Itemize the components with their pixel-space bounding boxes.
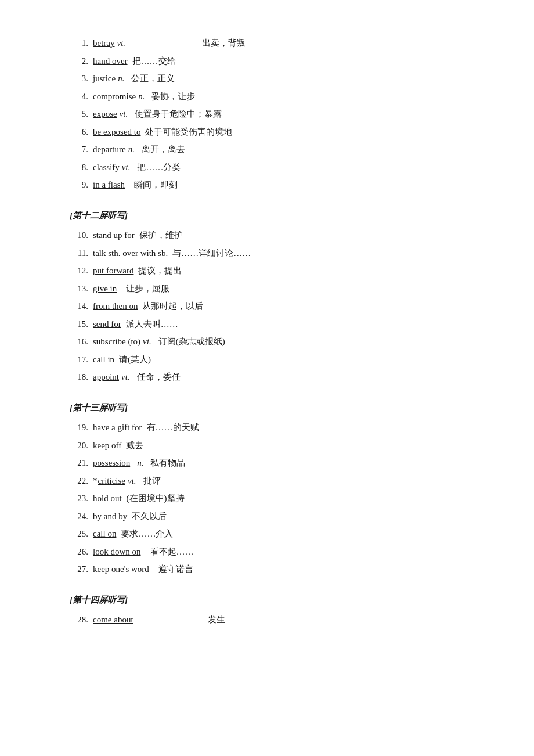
item-content: * criticise vt. 批评: [93, 473, 161, 489]
definition: 有……的天赋: [147, 419, 199, 436]
item-number: 7.: [70, 141, 88, 158]
list-item: 8. classify vt. 把……分类: [70, 159, 476, 176]
definition: 发生: [208, 611, 225, 628]
item-content: expose vt. 使置身于危险中；暴露: [93, 106, 222, 123]
item-number: 1.: [70, 35, 88, 52]
term: compromise: [93, 88, 136, 105]
list-item: 21. possession n. 私有物品: [70, 455, 476, 471]
definition: 使置身于危险中；暴露: [135, 106, 222, 123]
term: keep off: [93, 437, 121, 454]
item-number: 16.: [70, 333, 88, 350]
item-number: 4.: [70, 88, 88, 105]
item-number: 14.: [70, 298, 88, 315]
term: look down on: [93, 543, 141, 560]
list-item: 22. * criticise vt. 批评: [70, 473, 476, 489]
item-content: hand over 把……交给: [93, 53, 176, 70]
list-item: 12. put forward 提议，提出: [70, 262, 476, 279]
list-item: 14. from then on 从那时起，以后: [70, 298, 476, 315]
section-13: [第十三屏听写] 19. have a gift for 有……的天赋 20. …: [70, 399, 476, 578]
definition: 与……详细讨论……: [172, 245, 251, 262]
item-number: 18.: [70, 369, 88, 386]
term: be exposed to: [93, 124, 140, 141]
term: come about: [93, 611, 134, 628]
item-content: from then on 从那时起，以后: [93, 298, 203, 315]
term: have a gift for: [93, 419, 142, 436]
term: give in: [93, 280, 117, 297]
section-14: [第十四屏听写] 28. come about 发生: [70, 592, 476, 628]
item-number: 28.: [70, 611, 88, 628]
part-of-speech: vt.: [120, 106, 128, 123]
term: subscribe (to): [93, 333, 140, 350]
item-content: talk sth. over with sb. 与……详细讨论……: [93, 245, 251, 262]
item-number: 8.: [70, 159, 88, 176]
list-item: 26. look down on 看不起……: [70, 543, 476, 560]
item-number: 25.: [70, 525, 88, 542]
item-content: put forward 提议，提出: [93, 262, 182, 279]
item-number: 6.: [70, 124, 88, 141]
item-content: come about 发生: [93, 611, 225, 628]
term: appoint: [93, 369, 119, 386]
part-of-speech: vt.: [122, 159, 131, 176]
part-of-speech: n.: [137, 455, 143, 471]
part-of-speech: n.: [118, 70, 124, 87]
section-header-13: [第十三屏听写]: [70, 399, 476, 416]
term: send for: [93, 316, 121, 333]
list-item: 4. compromise n. 妥协，让步: [70, 88, 476, 105]
item-content: possession n. 私有物品: [93, 455, 185, 471]
term: departure: [93, 141, 126, 158]
vocabulary-page: 1. betray vt. 出卖，背叛 2. hand over 把……交给 3…: [70, 35, 476, 628]
term: betray: [93, 35, 114, 52]
list-item: 6. be exposed to 处于可能受伤害的境地: [70, 124, 476, 141]
definition: 保护，维护: [139, 227, 183, 244]
item-content: be exposed to 处于可能受伤害的境地: [93, 124, 232, 141]
item-content: subscribe (to) vi. 订阅(杂志或报纸): [93, 333, 225, 350]
term: put forward: [93, 262, 134, 279]
item-content: classify vt. 把……分类: [93, 159, 181, 176]
term: justice: [93, 70, 116, 87]
item-content: give in 让步，屈服: [93, 280, 169, 297]
list-item: 25. call on 要求……介入: [70, 525, 476, 542]
list-item: 11. talk sth. over with sb. 与……详细讨论……: [70, 245, 476, 262]
item-number: 22.: [70, 473, 88, 489]
term: call in: [93, 351, 114, 368]
definition: 遵守诺言: [158, 561, 193, 578]
definition: 公正，正义: [131, 70, 175, 87]
definition: 请(某人): [119, 351, 151, 368]
list-item: 20. keep off 减去: [70, 437, 476, 454]
definition: 减去: [126, 437, 143, 454]
term: possession: [93, 455, 130, 471]
term: classify: [93, 159, 120, 176]
definition: 瞬间，即刻: [134, 177, 178, 193]
list-item: 17. call in 请(某人): [70, 351, 476, 368]
item-number: 23.: [70, 490, 88, 507]
definition: 看不起……: [150, 543, 194, 560]
list-item: 2. hand over 把……交给: [70, 53, 476, 70]
item-content: send for 派人去叫……: [93, 316, 178, 333]
definition: 批评: [143, 473, 161, 489]
item-content: departure n. 离开，离去: [93, 141, 185, 158]
item-number: 3.: [70, 70, 88, 87]
definition: 出卖，背叛: [202, 35, 246, 52]
definition: 任命，委任: [137, 369, 181, 386]
item-content: compromise n. 妥协，让步: [93, 88, 195, 105]
term: call on: [93, 525, 116, 542]
item-number: 15.: [70, 316, 88, 333]
term: keep one's word: [93, 561, 149, 578]
term: hold out: [93, 490, 122, 507]
list-item: 3. justice n. 公正，正义: [70, 70, 476, 87]
definition: 把……分类: [137, 159, 181, 176]
list-item: 15. send for 派人去叫……: [70, 316, 476, 333]
term: from then on: [93, 298, 138, 315]
term: expose: [93, 106, 117, 123]
item-number: 9.: [70, 177, 88, 193]
item-content: call on 要求……介入: [93, 525, 173, 542]
term: stand up for: [93, 227, 135, 244]
item-content: betray vt. 出卖，背叛: [93, 35, 246, 52]
item-content: justice n. 公正，正义: [93, 70, 175, 87]
list-item: 13. give in 让步，屈服: [70, 280, 476, 297]
item-content: by and by 不久以后: [93, 508, 167, 525]
section-12: [第十二屏听写] 10. stand up for 保护，维护 11. talk…: [70, 207, 476, 386]
part-of-speech: vi.: [143, 333, 151, 350]
definition: 从那时起，以后: [142, 298, 203, 315]
item-number: 26.: [70, 543, 88, 560]
